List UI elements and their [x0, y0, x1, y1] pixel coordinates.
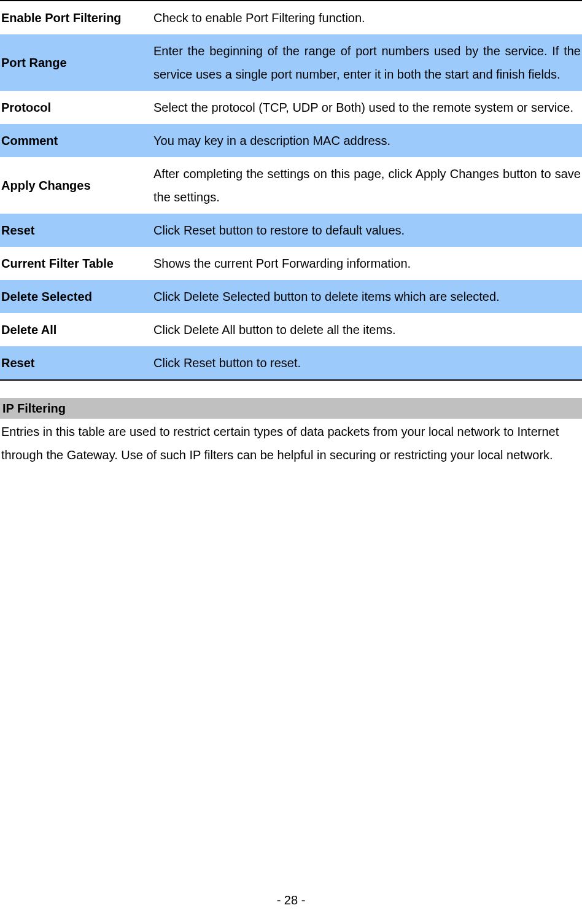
- table-row: Protocol Select the protocol (TCP, UDP o…: [0, 91, 582, 124]
- table-row: Apply Changes After completing the setti…: [0, 157, 582, 214]
- param-label: Protocol: [0, 91, 151, 124]
- table-row: Reset Click Reset button to restore to d…: [0, 214, 582, 247]
- param-label: Current Filter Table: [0, 247, 151, 280]
- table-row: Reset Click Reset button to reset.: [0, 346, 582, 380]
- param-desc: You may key in a description MAC address…: [151, 124, 582, 157]
- param-label: Delete Selected: [0, 280, 151, 313]
- param-desc: Click Reset button to restore to default…: [151, 214, 582, 247]
- parameter-table: Enable Port Filtering Check to enable Po…: [0, 0, 582, 381]
- section-body: Entries in this table are used to restri…: [0, 419, 582, 468]
- table-row: Enable Port Filtering Check to enable Po…: [0, 1, 582, 34]
- param-desc: Check to enable Port Filtering function.: [151, 1, 582, 34]
- table-row: Current Filter Table Shows the current P…: [0, 247, 582, 280]
- page-number: - 28 -: [0, 888, 582, 912]
- param-label: Reset: [0, 346, 151, 380]
- param-label: Apply Changes: [0, 157, 151, 214]
- table-row: Delete Selected Click Delete Selected bu…: [0, 280, 582, 313]
- section-header: IP Filtering: [0, 398, 582, 419]
- param-desc: After completing the settings on this pa…: [151, 157, 582, 214]
- param-label: Enable Port Filtering: [0, 1, 151, 34]
- table-row: Comment You may key in a description MAC…: [0, 124, 582, 157]
- param-label: Delete All: [0, 313, 151, 346]
- param-label: Port Range: [0, 34, 151, 91]
- param-desc: Shows the current Port Forwarding inform…: [151, 247, 582, 280]
- table-row: Delete All Click Delete All button to de…: [0, 313, 582, 346]
- param-label: Reset: [0, 214, 151, 247]
- param-desc: Click Delete All button to delete all th…: [151, 313, 582, 346]
- param-desc: Select the protocol (TCP, UDP or Both) u…: [151, 91, 582, 124]
- page-container: Enable Port Filtering Check to enable Po…: [0, 0, 582, 468]
- param-desc: Enter the beginning of the range of port…: [151, 34, 582, 91]
- table-row: Port Range Enter the beginning of the ra…: [0, 34, 582, 91]
- param-label: Comment: [0, 124, 151, 157]
- param-desc: Click Reset button to reset.: [151, 346, 582, 380]
- param-desc: Click Delete Selected button to delete i…: [151, 280, 582, 313]
